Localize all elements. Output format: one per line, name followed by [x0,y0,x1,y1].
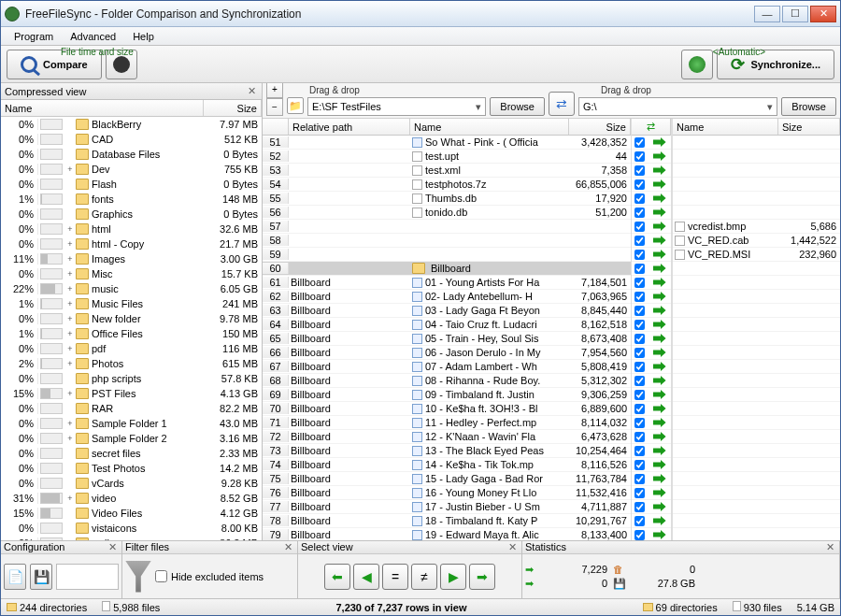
action-row[interactable] [632,276,671,290]
tree-row[interactable]: 0%+Sample Folder 143.0 MB [1,416,262,431]
action-row[interactable] [632,360,671,374]
grid-row[interactable]: 55Thumbs.db17,920 [263,192,631,206]
maximize-button[interactable]: ☐ [782,6,808,22]
action-header-icon[interactable]: ⇄ [632,119,671,135]
grid-row[interactable]: 51So What - Pink - ( Officia3,428,352 [263,136,631,150]
tree-row[interactable]: 0%vistaicons8.00 KB [1,521,262,536]
grid-row[interactable]: 78Billboard18 - Timbaland ft. Katy P10,2… [263,514,631,528]
grid-row[interactable]: 72Billboard12 - K'Naan - Wavin' Fla6,473… [263,430,631,444]
right-grid-row[interactable] [673,458,840,472]
minimize-button[interactable]: — [754,6,780,22]
view-right-only[interactable]: ➡ [469,564,495,590]
right-grid-row[interactable] [673,528,840,540]
grid-row[interactable]: 79Billboard19 - Edward Maya ft. Alic8,13… [263,528,631,540]
tree-row[interactable]: 0%Test Photos14.2 MB [1,461,262,476]
tree-row[interactable]: 0%Flash0 Bytes [1,177,262,192]
grid-row[interactable]: 76Billboard16 - Young Money Ft Llo11,532… [263,486,631,500]
right-grid-row[interactable] [673,178,840,192]
tree-row[interactable]: 22%+music6.05 GB [1,281,262,296]
config-close[interactable]: ✕ [106,541,119,553]
action-row[interactable] [632,248,671,262]
tree-row[interactable]: 0%BlackBerry7.97 MB [1,117,262,132]
right-grid-row[interactable] [673,262,840,276]
right-grid-row[interactable] [673,514,840,528]
action-row[interactable] [632,486,671,500]
grid-row[interactable]: 74Billboard14 - Ke$ha - Tik Tok.mp8,116,… [263,458,631,472]
menu-advanced[interactable]: Advanced [63,29,123,44]
col-size[interactable]: Size [204,100,262,116]
menu-program[interactable]: Program [7,29,61,44]
tree-row[interactable]: 0%Graphics0 Bytes [1,207,262,222]
tree-row[interactable]: 31%+video8.52 GB [1,491,262,506]
view-left-newer[interactable]: ◀ [353,564,379,590]
save-config-button[interactable]: 💾 [30,564,52,590]
right-grid-row[interactable] [673,192,840,206]
action-row[interactable] [632,192,671,206]
action-row[interactable] [632,500,671,514]
grid-row[interactable]: 60Billboard [263,262,631,276]
filter-settings-button[interactable] [125,561,151,593]
hide-excluded-checkbox[interactable]: Hide excluded items [155,570,264,582]
right-grid-row[interactable] [673,150,840,164]
tree-row[interactable]: 0%+Dev755 KB [1,162,262,177]
tree-row[interactable]: 1%+Office Files150 MB [1,326,262,341]
grid-row[interactable]: 71Billboard11 - Hedley - Perfect.mp8,114… [263,416,631,430]
action-row[interactable] [632,388,671,402]
tree-row[interactable]: 0%+Sample Folder 23.16 MB [1,431,262,446]
grid-row[interactable]: 77Billboard17 - Justin Bieber - U Sm4,71… [263,500,631,514]
grid-row[interactable]: 69Billboard09 - Timbaland ft. Justin9,30… [263,388,631,402]
tree-row[interactable]: 1%fonts148 MB [1,192,262,207]
tree-row[interactable]: 15%+PST Files4.13 GB [1,386,262,401]
action-row[interactable] [632,528,671,540]
action-row[interactable] [632,402,671,416]
col-filename[interactable]: Name [410,119,569,135]
right-grid-row[interactable] [673,136,840,150]
grid-row[interactable]: 73Billboard13 - The Black Eyed Peas10,25… [263,444,631,458]
col-filesize[interactable]: Size [569,119,631,135]
grid-row[interactable]: 52test.upt44 [263,150,631,164]
right-grid-row[interactable] [673,444,840,458]
action-row[interactable] [632,164,671,178]
action-row[interactable] [632,206,671,220]
grid-row[interactable]: 62Billboard02- Lady Antebellum- H7,063,9… [263,290,631,304]
action-row[interactable] [632,458,671,472]
action-row[interactable] [632,472,671,486]
grid-row[interactable]: 53test.xml7,358 [263,164,631,178]
tree-row[interactable]: 15%Video Files4.12 GB [1,506,262,521]
action-row[interactable] [632,290,671,304]
action-row[interactable] [632,304,671,318]
action-row[interactable] [632,430,671,444]
right-grid-row[interactable] [673,402,840,416]
tree-row[interactable]: 0%secret files2.33 MB [1,446,262,461]
grid-row[interactable]: 57 [263,220,631,234]
right-grid-row[interactable] [673,346,840,360]
grid-row[interactable]: 54testphotos.7z66,855,006 [263,178,631,192]
close-button[interactable]: ✕ [810,6,836,22]
left-grid[interactable]: Relative path Name Size 51So What - Pink… [263,119,631,540]
right-grid-row[interactable] [673,374,840,388]
menu-help[interactable]: Help [125,29,162,44]
tree-row[interactable]: 0%vCards9.28 KB [1,476,262,491]
right-grid-row[interactable]: VC_RED.MSI232,960 [673,248,840,262]
grid-row[interactable]: 61Billboard01 - Young Artists For Ha7,18… [263,276,631,290]
grid-row[interactable]: 58 [263,234,631,248]
col-relative-path[interactable]: Relative path [289,119,410,135]
right-grid-row[interactable] [673,318,840,332]
tree-row[interactable]: 11%+Images3.00 GB [1,251,262,266]
right-grid-row[interactable] [673,276,840,290]
action-row[interactable] [632,416,671,430]
right-grid-row[interactable] [673,416,840,430]
col-name[interactable]: Name [1,100,204,116]
action-row[interactable] [632,444,671,458]
browse-right-button[interactable]: Browse [781,97,836,116]
right-grid-row[interactable] [673,304,840,318]
grid-row[interactable]: 63Billboard03 - Lady Gaga Ft Beyon8,845,… [263,304,631,318]
grid-row[interactable]: 59 [263,248,631,262]
right-grid-row[interactable] [673,472,840,486]
action-row[interactable] [632,234,671,248]
view-different[interactable]: ≠ [411,564,437,590]
compressed-view-close[interactable]: ✕ [245,85,258,97]
tree-row[interactable]: 0%+Misc15.7 KB [1,266,262,281]
action-row[interactable] [632,136,671,150]
grid-row[interactable]: 64Billboard04 - Taio Cruz ft. Ludacri8,1… [263,318,631,332]
